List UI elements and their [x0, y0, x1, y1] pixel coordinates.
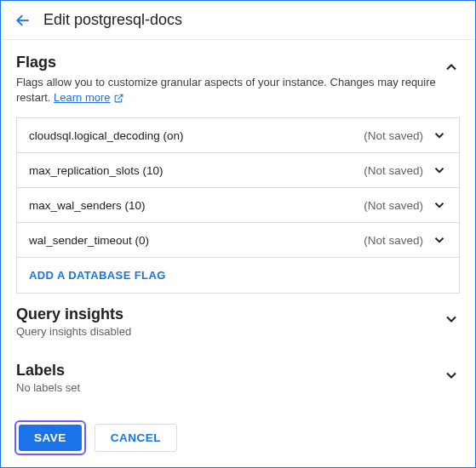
save-button-highlight: SAVE — [14, 420, 86, 455]
flag-status: (Not saved) — [364, 199, 423, 212]
flag-status: (Not saved) — [364, 234, 423, 247]
chevron-down-icon — [443, 367, 460, 384]
labels-title: Labels — [16, 362, 80, 380]
flags-list: cloudsql.logical_decoding (on) (Not save… — [16, 117, 460, 294]
external-link-icon — [113, 93, 124, 104]
query-insights-sub: Query insights disabled — [16, 325, 131, 338]
svg-line-1 — [118, 94, 122, 99]
chevron-down-icon — [432, 163, 447, 178]
flag-label: max_replication_slots (10) — [29, 164, 364, 177]
flag-status: (Not saved) — [364, 129, 423, 142]
labels-sub: No labels set — [16, 381, 80, 394]
chevron-up-icon — [443, 59, 460, 76]
flag-status: (Not saved) — [364, 164, 423, 177]
flag-row[interactable]: cloudsql.logical_decoding (on) (Not save… — [17, 118, 459, 153]
save-button[interactable]: SAVE — [19, 425, 82, 451]
add-database-flag-button[interactable]: ADD A DATABASE FLAG — [17, 258, 459, 293]
chevron-down-icon — [432, 232, 447, 248]
learn-more-link[interactable]: Learn more — [54, 90, 123, 106]
flag-row[interactable]: max_wal_senders (10) (Not saved) — [17, 188, 459, 223]
chevron-down-icon — [432, 128, 447, 143]
flag-row[interactable]: wal_sender_timeout (0) (Not saved) — [17, 223, 459, 258]
flag-label: max_wal_senders (10) — [29, 199, 364, 212]
cancel-button[interactable]: CANCEL — [95, 424, 177, 452]
flags-section-header[interactable]: Flags Flags allow you to customize granu… — [16, 54, 460, 106]
flag-row[interactable]: max_replication_slots (10) (Not saved) — [17, 153, 459, 188]
flag-label: cloudsql.logical_decoding (on) — [29, 129, 364, 142]
query-insights-section[interactable]: Query insights Query insights disabled — [16, 294, 460, 350]
query-insights-title: Query insights — [16, 305, 131, 323]
labels-section[interactable]: Labels No labels set — [16, 350, 460, 406]
chevron-down-icon — [443, 311, 460, 328]
chevron-down-icon — [432, 197, 447, 213]
back-arrow-icon[interactable] — [14, 12, 32, 29]
flags-description: Flags allow you to customize granular as… — [16, 75, 443, 106]
flags-title: Flags — [16, 54, 443, 71]
page-title: Edit postgresql-docs — [43, 11, 182, 29]
flag-label: wal_sender_timeout (0) — [29, 234, 364, 247]
